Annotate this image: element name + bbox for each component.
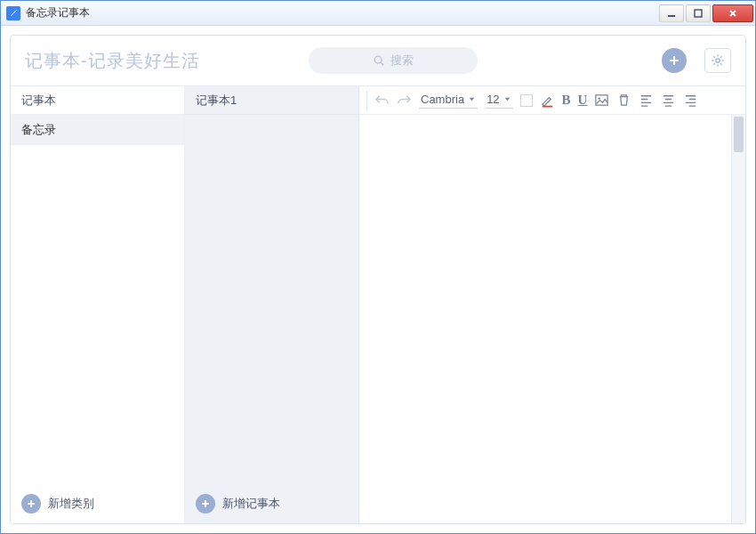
- plus-icon: [21, 494, 41, 514]
- delete-button[interactable]: [616, 90, 631, 111]
- maximize-button[interactable]: [686, 4, 711, 22]
- scrollbar-thumb[interactable]: [734, 117, 744, 152]
- insert-image-button[interactable]: [594, 90, 609, 111]
- app-title: 记事本-记录美好生活: [25, 49, 200, 73]
- search-icon: [373, 54, 385, 67]
- chevron-down-icon: [503, 95, 511, 103]
- category-header: 记事本: [11, 86, 184, 115]
- app-icon: [6, 6, 20, 20]
- font-size-value: 12: [487, 93, 499, 106]
- minimize-button[interactable]: [659, 4, 684, 22]
- redo-button[interactable]: [397, 90, 412, 111]
- toolbar-divider: [366, 91, 367, 110]
- align-center-icon: [661, 93, 676, 108]
- svg-point-2: [374, 56, 382, 63]
- font-family-select[interactable]: Cambria: [419, 93, 478, 109]
- search-placeholder: 搜索: [390, 53, 414, 69]
- font-color-button[interactable]: [520, 90, 533, 111]
- category-item[interactable]: 备忘录: [11, 115, 184, 145]
- editor-toolbar: Cambria 12 B: [359, 86, 745, 115]
- top-bar: 记事本-记录美好生活 搜索: [11, 36, 745, 85]
- align-left-button[interactable]: [639, 90, 654, 111]
- font-size-select[interactable]: 12: [485, 93, 512, 109]
- add-category-button[interactable]: 新增类别: [11, 484, 184, 523]
- plus-icon: [196, 494, 215, 514]
- font-family-value: Cambria: [421, 93, 464, 106]
- undo-button[interactable]: [374, 90, 390, 111]
- svg-point-7: [599, 97, 600, 99]
- chevron-down-icon: [468, 95, 476, 103]
- align-center-button[interactable]: [661, 90, 676, 111]
- highlight-icon: [540, 93, 555, 108]
- trash-icon: [616, 93, 631, 108]
- highlight-button[interactable]: [540, 90, 555, 111]
- content-area: 记事本-记录美好生活 搜索 记事本: [1, 26, 755, 533]
- titlebar[interactable]: 备忘录记事本: [1, 1, 755, 26]
- add-note-button[interactable]: 新增记事本: [185, 484, 358, 523]
- align-right-button[interactable]: [683, 90, 698, 111]
- svg-rect-0: [668, 15, 675, 17]
- gear-icon: [711, 53, 725, 68]
- category-list: 备忘录: [11, 115, 184, 484]
- svg-point-4: [716, 59, 720, 62]
- close-button[interactable]: [712, 4, 753, 22]
- undo-icon: [374, 93, 390, 108]
- window-title: 备忘录记事本: [26, 5, 659, 20]
- add-note-label: 新增记事本: [222, 496, 280, 512]
- window-controls: [659, 4, 753, 22]
- align-left-icon: [639, 93, 654, 108]
- inner-panel: 记事本-记录美好生活 搜索 记事本: [10, 35, 746, 524]
- search-input[interactable]: 搜索: [309, 47, 478, 74]
- main-area: 记事本 备忘录 新增类别 记事本1: [11, 85, 745, 523]
- align-right-icon: [683, 93, 698, 108]
- app-window: 备忘录记事本 记事本-记录美好生活 搜索: [0, 0, 756, 534]
- svg-rect-1: [695, 10, 702, 17]
- editor-column: Cambria 12 B: [359, 86, 745, 523]
- notes-column: 记事本1 新增记事本: [185, 86, 359, 523]
- bold-button[interactable]: B: [562, 90, 571, 111]
- category-column: 记事本 备忘录 新增类别: [11, 86, 185, 523]
- scrollbar[interactable]: [731, 115, 745, 523]
- redo-icon: [397, 93, 412, 108]
- add-category-label: 新增类别: [48, 496, 94, 512]
- underline-button[interactable]: U: [578, 90, 588, 111]
- plus-icon: [668, 54, 680, 67]
- editor-textarea[interactable]: [359, 115, 745, 523]
- settings-button[interactable]: [704, 48, 731, 73]
- category-item-label: 备忘录: [21, 122, 56, 138]
- notes-list: [185, 115, 358, 484]
- svg-line-3: [381, 62, 383, 65]
- color-swatch-icon: [520, 94, 533, 107]
- image-icon: [594, 93, 609, 108]
- add-button[interactable]: [662, 48, 687, 73]
- notes-header: 记事本1: [185, 86, 358, 115]
